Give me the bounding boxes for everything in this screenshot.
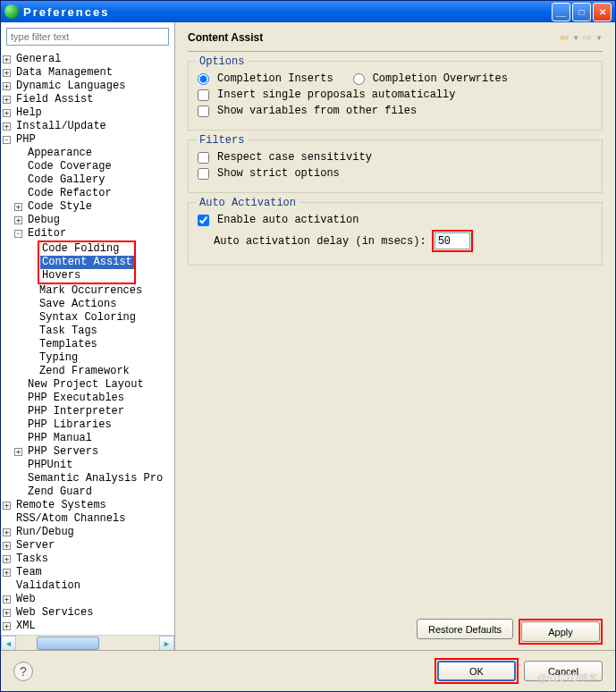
tree-item[interactable]: Content Assist (40, 256, 133, 269)
expand-icon[interactable]: + (3, 569, 11, 577)
expand-icon[interactable]: + (3, 555, 11, 563)
tree-item-label: Field Assist (14, 93, 95, 106)
tree-item[interactable]: Zend Guard (3, 485, 174, 499)
tree-item[interactable]: +Field Assist (3, 93, 174, 106)
expand-icon[interactable]: + (3, 622, 11, 630)
tree-item-label: Hovers (40, 269, 82, 283)
expand-icon[interactable]: + (3, 109, 11, 117)
scroll-thumb[interactable] (37, 637, 99, 650)
tree-item[interactable]: Hovers (40, 269, 133, 283)
tree-item[interactable]: Zend Framework (3, 365, 174, 378)
tree-item[interactable]: +Code Style (3, 200, 174, 214)
tree-item[interactable]: Save Actions (3, 298, 174, 311)
titlebar[interactable]: Preferences __ □ ✕ (1, 1, 615, 22)
watermark: @51CTO博客 (537, 671, 598, 685)
tree-item[interactable]: +Server (3, 539, 174, 553)
tree-item[interactable]: New Project Layout (3, 378, 174, 392)
respect-case-label: Respect case sensitivity (217, 151, 372, 164)
tree-item[interactable]: +XML (3, 620, 174, 633)
delay-input[interactable] (435, 232, 470, 249)
show-vars-checkbox[interactable] (198, 105, 209, 117)
minimize-button[interactable]: __ (552, 3, 570, 21)
expand-icon[interactable]: + (3, 55, 11, 63)
tree-item[interactable]: PHP Libraries (3, 418, 174, 432)
tree-item[interactable]: +Help (3, 106, 174, 120)
help-icon[interactable]: ? (13, 662, 33, 681)
completion-inserts-radio[interactable] (198, 73, 209, 85)
tree-item[interactable]: Appearance (3, 147, 174, 160)
expand-icon[interactable]: + (14, 216, 22, 224)
tree-item[interactable]: +Web (3, 593, 174, 606)
forward-icon[interactable]: ⇨ (583, 31, 592, 44)
filter-input[interactable] (6, 28, 169, 46)
expand-icon[interactable]: + (3, 69, 11, 77)
maximize-button[interactable]: □ (572, 3, 591, 21)
tree-item[interactable]: Typing (3, 351, 174, 365)
tree-item[interactable]: +PHP Servers (3, 445, 174, 459)
tree-item[interactable]: Code Refactor (3, 187, 174, 200)
tree-item[interactable]: Task Tags (3, 325, 174, 338)
tree-item[interactable]: PHP Interpreter (3, 405, 174, 418)
tree-item-label: Team (14, 566, 44, 579)
collapse-icon[interactable]: - (14, 230, 22, 238)
expand-icon[interactable]: + (14, 448, 22, 456)
tree-item[interactable]: RSS/Atom Channels (3, 512, 174, 526)
tree-highlight: Code FoldingContent AssistHovers (38, 241, 136, 284)
scroll-left-button[interactable]: ◄ (1, 636, 16, 650)
tree-item[interactable]: +Data Management (3, 66, 174, 80)
tree-item[interactable]: Syntax Coloring (3, 311, 174, 325)
horizontal-scrollbar[interactable]: ◄ ► (1, 635, 174, 650)
expand-icon[interactable]: + (3, 502, 11, 510)
expand-icon[interactable]: + (3, 82, 11, 90)
show-strict-label: Show strict options (217, 167, 340, 180)
tree-item[interactable]: +Remote Systems (3, 499, 174, 512)
expand-icon[interactable]: + (3, 122, 11, 131)
tree-item[interactable]: +General (3, 53, 174, 66)
restore-defaults-button[interactable]: Restore Defaults (417, 619, 513, 639)
expand-icon[interactable]: + (3, 528, 11, 536)
tree-item-label: Zend Guard (26, 485, 94, 499)
tree-item[interactable]: Semantic Analysis Pro (3, 472, 174, 485)
tree-item[interactable]: PHPUnit (3, 459, 174, 472)
expand-icon[interactable]: + (3, 542, 11, 550)
tree-item[interactable]: Mark Occurrences (3, 284, 174, 298)
preferences-tree[interactable]: +General+Data Management+Dynamic Languag… (1, 51, 174, 635)
tree-item[interactable]: PHP Manual (3, 432, 174, 445)
back-menu-icon[interactable]: ▼ (572, 34, 579, 42)
close-button[interactable]: ✕ (593, 3, 612, 21)
respect-case-checkbox[interactable] (198, 152, 209, 164)
ok-button[interactable]: OK (437, 661, 516, 681)
expand-icon[interactable]: + (3, 96, 11, 104)
tree-item[interactable]: PHP Executables (3, 392, 174, 405)
tree-item[interactable]: +Tasks (3, 553, 174, 566)
expand-icon[interactable]: + (3, 595, 11, 603)
tree-item[interactable]: +Install/Update (3, 120, 174, 133)
tree-item[interactable]: +Web Services (3, 606, 174, 620)
tree-item[interactable]: +Dynamic Languages (3, 80, 174, 93)
insert-single-checkbox[interactable] (198, 89, 209, 101)
back-icon[interactable]: ⇦ (560, 31, 569, 44)
scroll-right-button[interactable]: ► (159, 636, 174, 650)
tree-item[interactable]: -Editor (3, 227, 174, 241)
tree-item[interactable]: Code Gallery (3, 173, 174, 187)
expand-icon[interactable]: + (3, 609, 11, 617)
tree-item[interactable]: Validation (3, 579, 174, 593)
tree-item-label: Appearance (26, 147, 94, 160)
tree-item-label: Remote Systems (14, 499, 108, 512)
tree-item[interactable]: Code Coverage (3, 160, 174, 173)
tree-item[interactable]: Templates (3, 338, 174, 351)
collapse-icon[interactable]: - (3, 136, 11, 144)
tree-item-label: Code Folding (40, 242, 121, 256)
expand-icon[interactable]: + (14, 203, 22, 211)
tree-item[interactable]: +Run/Debug (3, 526, 174, 539)
tree-item[interactable]: +Team (3, 566, 174, 579)
tree-item[interactable]: +Debug (3, 214, 174, 227)
tree-item[interactable]: Code Folding (40, 242, 133, 256)
sidebar: +General+Data Management+Dynamic Languag… (1, 22, 175, 650)
completion-overwrites-radio[interactable] (353, 73, 365, 85)
tree-item[interactable]: -PHP (3, 133, 174, 147)
enable-auto-checkbox[interactable] (198, 215, 209, 226)
forward-menu-icon[interactable]: ▼ (595, 34, 603, 42)
show-strict-checkbox[interactable] (198, 168, 209, 180)
apply-button[interactable]: Apply (521, 621, 600, 642)
